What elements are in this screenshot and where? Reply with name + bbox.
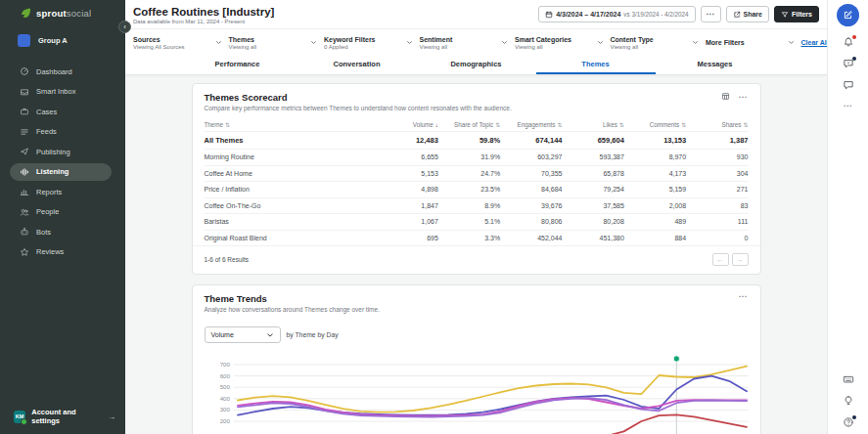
messages-unread-icon[interactable] — [843, 58, 854, 69]
scorecard-description: Compare key performance metrics between … — [205, 105, 512, 111]
sidebar-item-reports[interactable]: Reports — [10, 183, 112, 200]
theme-trends-chart[interactable]: 700600500400300200 — [205, 349, 751, 434]
sidebar-item-label: Reports — [36, 188, 62, 196]
table-row-original-roast-blend[interactable]: Original Roast Blend6953.3%452,044451,38… — [205, 230, 749, 246]
cell-share: 59.8% — [438, 136, 500, 145]
column-header-theme[interactable]: Theme⇅ — [205, 121, 377, 128]
content-scroll-area[interactable]: Themes Scorecard Compare key performance… — [125, 75, 827, 434]
help-icon[interactable] — [843, 416, 854, 428]
cell-volume: 12,483 — [377, 136, 438, 145]
sprout-logo: sproutsocial — [0, 0, 125, 28]
tab-messages[interactable]: Messages — [656, 56, 775, 74]
results-count: 1-6 of 6 Results — [205, 256, 250, 263]
filter-label: Themes — [229, 36, 311, 43]
column-header-comments[interactable]: Comments⇅ — [624, 121, 686, 128]
share-icon — [733, 11, 741, 19]
calendar-icon — [545, 11, 553, 19]
brand-bold: sprout — [36, 8, 67, 19]
compose-button[interactable] — [837, 4, 859, 26]
filter-sentiment[interactable]: SentimentViewing all — [420, 29, 516, 56]
metric-select[interactable]: Volume — [205, 326, 281, 343]
reports-icon — [20, 187, 29, 196]
svg-text:300: 300 — [219, 406, 230, 412]
notifications-bell-icon[interactable] — [843, 36, 854, 48]
cell-theme-name: Coffee On-The-Go — [205, 202, 377, 209]
cell-share: 24.7% — [438, 170, 500, 177]
cell-shares: 0 — [686, 235, 748, 241]
trends-description: Analyze how conversations around Themes … — [205, 306, 380, 313]
sidebar-collapse-button[interactable]: ‹ — [118, 21, 131, 33]
group-label: Group A — [38, 36, 68, 45]
filter-more-filters[interactable]: More Filters — [706, 29, 801, 56]
listening-icon — [20, 167, 29, 177]
table-row-all-themes[interactable]: All Themes12,48359.8%674,144659,60413,15… — [205, 131, 749, 149]
sidebar-item-publishing[interactable]: Publishing — [10, 143, 112, 160]
clear-all-link[interactable]: Clear All — [801, 39, 829, 46]
cell-share: 5.1% — [438, 218, 500, 225]
filter-content-type[interactable]: Content TypeViewing all — [611, 29, 707, 56]
filter-themes[interactable]: ThemesViewing all — [229, 29, 325, 56]
bot-icon — [20, 227, 29, 237]
tab-performance[interactable]: Performance — [178, 56, 297, 74]
share-button[interactable]: Share — [726, 6, 769, 22]
tab-themes[interactable]: Themes — [536, 56, 656, 74]
sidebar-item-label: Smart Inbox — [36, 87, 75, 96]
date-range-button[interactable]: 4/3/2024 – 4/17/2024 vs 3/19/2024 - 4/2/… — [538, 6, 695, 22]
chevron-down-icon — [692, 39, 699, 46]
cell-engagements: 84,684 — [500, 186, 562, 193]
filter-keyword-filters[interactable]: Keyword Filters0 Applied — [324, 29, 420, 56]
column-header-shares[interactable]: Shares⇅ — [686, 121, 748, 128]
sidebar-item-reviews[interactable]: Reviews — [10, 243, 112, 261]
table-row-coffee-at-home[interactable]: Coffee At Home5,15324.7%70,35565,8784,17… — [205, 165, 749, 182]
trends-menu-button[interactable]: ⋯ — [739, 293, 749, 299]
sidebar-item-people[interactable]: People — [10, 203, 112, 221]
account-and-settings[interactable]: KM Account and settings → — [0, 400, 125, 434]
sidebar-item-feeds[interactable]: Feeds — [10, 123, 112, 141]
column-header-likes[interactable]: Likes⇅ — [562, 121, 623, 128]
chevron-down-icon — [266, 331, 274, 339]
table-row-price-inflation[interactable]: Price / Inflation4,89823.5%84,68479,2545… — [205, 181, 749, 197]
sidebar-item-label: Listening — [36, 167, 69, 176]
svg-text:200: 200 — [219, 417, 230, 424]
sidebar-item-bots[interactable]: Bots — [10, 223, 112, 240]
filter-label: Sources — [133, 36, 215, 43]
chat-bubble-icon[interactable] — [843, 79, 854, 91]
app-root: sproutsocial Group A DashboardSmart Inbo… — [0, 0, 868, 434]
sidebar-item-label: Cases — [36, 108, 57, 116]
publishing-icon — [20, 147, 29, 156]
tab-demographics[interactable]: Demographics — [417, 56, 536, 74]
lightbulb-icon[interactable] — [843, 395, 854, 407]
header-more-button[interactable]: ⋯ — [701, 6, 721, 22]
pager-prev-button[interactable]: ← — [712, 253, 729, 266]
filter-label: More Filters — [706, 39, 788, 46]
table-row-baristas[interactable]: Baristas1,0675.1%80,80680,208489111 — [205, 213, 749, 230]
column-header-share-of-topic[interactable]: Share of Topic⇅ — [438, 121, 500, 128]
svg-text:600: 600 — [219, 372, 230, 379]
cell-share: 23.5% — [438, 186, 500, 193]
group-switcher[interactable]: Group A — [0, 28, 125, 55]
cell-theme-name: Original Roast Blend — [205, 235, 377, 241]
sidebar-item-cases[interactable]: Cases — [10, 103, 112, 120]
rail-more-button[interactable]: ⋯ — [844, 101, 853, 110]
column-header-engagements[interactable]: Engagements⇅ — [500, 121, 562, 128]
cell-share: 8.9% — [438, 202, 500, 209]
tab-conversation[interactable]: Conversation — [297, 56, 417, 74]
pager-next-button[interactable]: → — [732, 253, 749, 266]
cell-theme-name: Coffee At Home — [205, 170, 377, 177]
scorecard-menu-button[interactable]: ⋯ — [739, 94, 749, 100]
column-header-volume[interactable]: Volume↓ — [377, 121, 438, 128]
sidebar-item-dashboard[interactable]: Dashboard — [10, 63, 112, 80]
cell-likes: 65,878 — [562, 170, 623, 177]
filter-smart-categories[interactable]: Smart CategoriesViewing all — [515, 29, 611, 56]
filter-sources[interactable]: SourcesViewing All Sources — [133, 29, 229, 56]
cases-icon — [20, 107, 29, 116]
keyboard-shortcuts-icon[interactable] — [843, 373, 854, 385]
filters-button[interactable]: Filters — [774, 6, 819, 22]
cell-likes: 79,254 — [562, 186, 623, 193]
table-row-morning-routine[interactable]: Morning Routine6,65531.9%603,297593,3878… — [205, 149, 749, 165]
sidebar-item-listening[interactable]: Listening — [10, 163, 112, 181]
sidebar-item-smart-inbox[interactable]: Smart Inbox — [10, 83, 112, 101]
cell-theme-name: Baristas — [205, 218, 377, 225]
table-row-coffee-on-the-go[interactable]: Coffee On-The-Go1,8478.9%39,67637,5852,0… — [205, 197, 749, 214]
table-view-icon[interactable] — [721, 92, 730, 101]
